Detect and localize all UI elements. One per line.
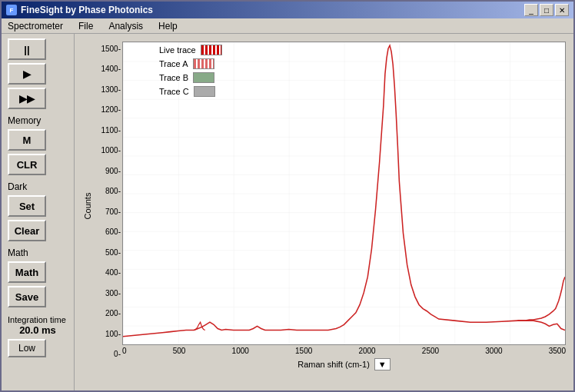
trace-c: Trace C — [159, 86, 222, 97]
y-tick-200: 200- — [105, 309, 121, 317]
y-tick-500: 500- — [105, 248, 121, 257]
math-button[interactable]: Math — [8, 261, 46, 283]
y-tick-1200: 1200- — [101, 105, 121, 114]
save-button[interactable]: Save — [8, 286, 46, 307]
x-axis-dropdown[interactable]: ▼ — [374, 358, 391, 370]
trace-b-label: Trace B — [159, 73, 188, 82]
y-tick-600: 600- — [105, 228, 121, 236]
menu-analysis[interactable]: Analysis — [105, 21, 146, 32]
chart-area: Live trace Trace A Trace B Trace C — [75, 34, 573, 390]
x-tick-2000: 2000 — [358, 347, 375, 355]
restore-button[interactable]: □ — [540, 4, 553, 16]
title-bar: F FineSight by Phase Photonics _ □ ✕ — [2, 2, 573, 18]
x-tick-1000: 1000 — [232, 347, 249, 355]
close-button[interactable]: ✕ — [555, 4, 569, 16]
y-tick-400: 400- — [105, 268, 121, 277]
fast-forward-icon: ▶▶ — [19, 93, 35, 105]
dark-label: Dark — [8, 181, 68, 192]
y-tick-1000: 1000- — [101, 146, 121, 154]
trace-live-swatch — [201, 45, 222, 55]
pause-icon: || — [24, 44, 29, 55]
title-bar-left: F FineSight by Phase Photonics — [6, 5, 153, 15]
x-tick-0: 0 — [122, 347, 127, 355]
menu-bar: Spectrometer File Analysis Help — [2, 18, 573, 34]
integration-label: Integration time — [8, 315, 68, 324]
play-button[interactable]: ▶ — [8, 63, 46, 85]
menu-help[interactable]: Help — [155, 21, 181, 32]
x-tick-2500: 2500 — [422, 347, 439, 355]
clr-button[interactable]: CLR — [8, 154, 46, 175]
y-tick-1400: 1400- — [101, 65, 121, 73]
x-tick-3500: 3500 — [549, 347, 566, 355]
app-icon: F — [6, 5, 17, 15]
x-tick-3000: 3000 — [485, 347, 502, 355]
menu-file[interactable]: File — [75, 21, 96, 32]
trace-c-label: Trace C — [159, 87, 189, 96]
x-tick-500: 500 — [173, 347, 186, 355]
x-ticks: 0 500 1000 1500 2000 2500 3000 3500 — [122, 347, 566, 355]
x-tick-1500: 1500 — [295, 347, 312, 355]
y-tick-1500: 1500- — [101, 45, 121, 53]
trace-live-label: Live trace — [159, 45, 196, 55]
pause-button[interactable]: || — [8, 38, 46, 60]
left-panel: || ▶ ▶▶ Memory M CLR Dark Set Clear Math… — [2, 34, 75, 390]
window-controls: _ □ ✕ — [524, 4, 569, 16]
y-tick-800: 800- — [105, 187, 121, 195]
window-title: FineSight by Phase Photonics — [21, 5, 153, 15]
trace-b: Trace B — [159, 72, 222, 83]
y-tick-1300: 1300- — [101, 85, 121, 94]
memory-label: Memory — [8, 115, 68, 126]
y-tick-900: 900- — [105, 167, 121, 175]
trace-a-swatch — [193, 58, 214, 69]
content-area: || ▶ ▶▶ Memory M CLR Dark Set Clear Math… — [2, 34, 573, 390]
trace-a-label: Trace A — [159, 59, 188, 68]
trace-a: Trace A — [159, 58, 222, 69]
main-window: F FineSight by Phase Photonics _ □ ✕ Spe… — [0, 0, 575, 392]
y-tick-300: 300- — [105, 289, 121, 297]
y-tick-100: 100- — [105, 330, 121, 338]
trace-c-swatch — [194, 86, 215, 97]
clear-button[interactable]: Clear — [8, 220, 46, 241]
trace-legend: Live trace Trace A Trace B Trace C — [159, 42, 222, 100]
minimize-button[interactable]: _ — [524, 4, 538, 16]
set-button[interactable]: Set — [8, 195, 46, 217]
integration-value: 20.0 ms — [8, 324, 68, 336]
y-axis-label: Counts — [83, 193, 92, 220]
math-label: Math — [8, 247, 68, 258]
trace-b-swatch — [193, 72, 214, 83]
x-axis-label-row: Raman shift (cm-1) ▼ — [122, 358, 566, 370]
menu-spectrometer[interactable]: Spectrometer — [5, 21, 66, 32]
fast-forward-button[interactable]: ▶▶ — [8, 88, 46, 109]
play-icon: ▶ — [23, 68, 31, 80]
low-button[interactable]: Low — [8, 339, 46, 357]
y-tick-700: 700- — [105, 208, 121, 216]
memory-button[interactable]: M — [8, 129, 46, 151]
trace-live: Live trace — [159, 45, 222, 55]
y-tick-1100: 1100- — [101, 126, 121, 135]
y-tick-0: 0- — [114, 350, 121, 358]
x-axis-label: Raman shift (cm-1) — [297, 360, 370, 369]
